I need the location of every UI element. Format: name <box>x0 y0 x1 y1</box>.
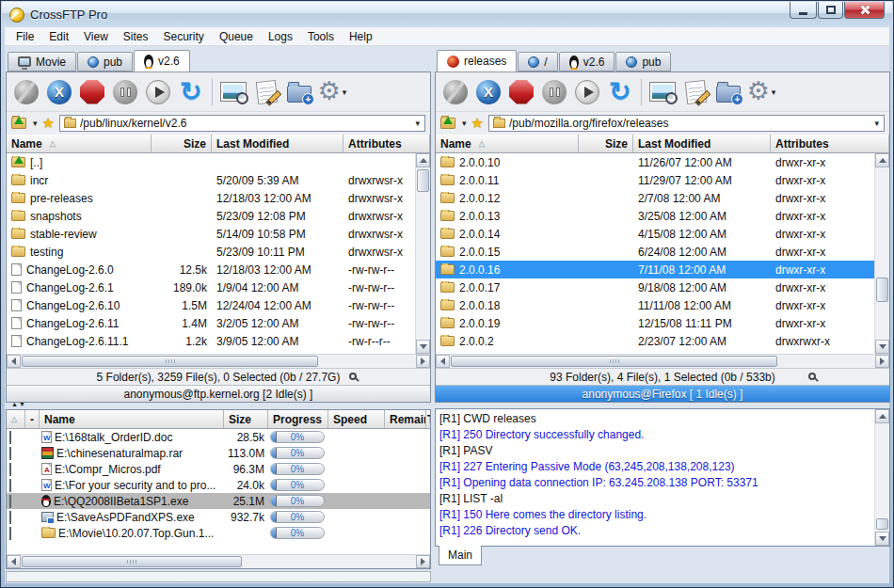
edit-button[interactable] <box>253 79 279 105</box>
menu-item[interactable]: Help <box>342 28 380 45</box>
file-row[interactable]: pre-releases 12/18/03 12:00 AM drwxrwsr-… <box>7 189 415 207</box>
resume-button[interactable] <box>574 79 600 105</box>
scroll-left-button[interactable] <box>7 355 21 368</box>
file-row[interactable]: snapshots 5/23/09 12:08 PM drwxrwsr-x <box>7 207 415 225</box>
scroll-thumb[interactable] <box>451 356 777 367</box>
disconnect-button[interactable]: X <box>46 79 72 105</box>
file-row[interactable]: 2.0.0.15 6/24/08 12:00 AM drwxr-xr-x <box>436 243 874 261</box>
search-icon[interactable] <box>349 373 357 380</box>
site-tab[interactable]: / <box>518 52 557 72</box>
menu-item[interactable]: Edit <box>41 28 76 45</box>
minimize-button[interactable] <box>790 2 817 19</box>
menu-item[interactable]: File <box>8 28 41 45</box>
abort-button[interactable] <box>508 79 535 105</box>
file-row[interactable]: ChangeLog-2.6.11.1 1.2k 3/9/05 12:00 AM … <box>7 332 415 350</box>
preview-button[interactable] <box>220 79 247 105</box>
queue-column-dash[interactable]: - <box>25 410 40 428</box>
file-row[interactable]: stable-review 5/14/09 10:58 PM drwxrwsr-… <box>7 225 415 243</box>
refresh-button[interactable]: ↻ <box>178 79 204 105</box>
scroll-down-button[interactable] <box>875 532 889 546</box>
disconnect-button[interactable]: X <box>475 79 502 105</box>
log-panel[interactable]: [R1] CWD releases [R1] 250 Directory suc… <box>435 408 890 547</box>
file-row[interactable]: ChangeLog-2.6.1 189.0k 1/9/04 12:00 AM -… <box>7 278 415 296</box>
file-row[interactable]: 2.0.0.11 11/29/07 12:00 AM drwxr-xr-x <box>436 171 874 189</box>
queue-column-time[interactable]: T <box>426 410 430 428</box>
log-tab-main[interactable]: Main <box>439 546 482 565</box>
new-folder-button[interactable] <box>715 79 742 105</box>
scroll-thumb[interactable] <box>22 556 242 567</box>
file-row[interactable]: ChangeLog-2.6.0 12.5k 12/18/03 12:00 AM … <box>7 261 415 278</box>
connect-button[interactable] <box>442 79 469 105</box>
queue-column-sort[interactable]: △ <box>7 410 25 428</box>
file-row[interactable]: 2.0.0.12 2/7/08 12:00 AM drwxr-xr-x <box>436 189 874 207</box>
right-vertical-scrollbar[interactable] <box>874 153 889 354</box>
menu-item[interactable]: View <box>76 28 116 45</box>
site-tab[interactable]: pub <box>615 52 671 72</box>
scroll-down-button[interactable] <box>875 340 889 354</box>
queue-row[interactable]: E:\Compr_Micros.pdf 96.3M 0% <box>7 461 430 477</box>
queue-row[interactable]: E:\chinesenaturalmap.rar 113.0M 0% <box>7 445 430 461</box>
site-tab[interactable]: v2.6 <box>559 52 615 72</box>
column-header-size[interactable]: Size <box>152 135 212 152</box>
pause-button[interactable] <box>541 79 567 105</box>
bookmark-star-icon[interactable]: ★ <box>42 117 55 130</box>
menu-item[interactable]: Security <box>156 28 212 45</box>
queue-row[interactable]: E:\Movie\10.20.07.Top.Gun.1... 0% <box>7 525 430 541</box>
queue-column-name[interactable]: Name <box>40 410 224 428</box>
column-header-name[interactable]: Name△ <box>436 135 579 152</box>
up-directory-button[interactable] <box>11 118 26 129</box>
file-row[interactable]: 2.0.0.16 7/11/08 12:00 AM drwxr-xr-x <box>436 261 874 278</box>
right-horizontal-scrollbar[interactable] <box>436 354 889 368</box>
menu-item[interactable]: Tools <box>300 28 342 45</box>
settings-button[interactable]: ⚙▾ <box>748 79 774 105</box>
queue-column-speed[interactable]: Speed <box>328 410 385 428</box>
file-row[interactable]: 2.0.0.2 2/23/07 12:00 AM drwxrwxr-x <box>436 332 874 350</box>
scroll-thumb[interactable] <box>876 278 888 302</box>
queue-row[interactable]: E:\QQ2008IIBeta1SP1.exe 25.1M 0% <box>7 493 430 509</box>
up-directory-dropdown-icon[interactable]: ▾ <box>462 119 467 128</box>
site-tab[interactable]: releases <box>437 50 517 72</box>
edit-button[interactable] <box>682 79 709 105</box>
queue-column-remain[interactable]: Remain <box>385 410 426 428</box>
menu-item[interactable]: Sites <box>116 28 156 45</box>
resume-button[interactable] <box>145 79 171 105</box>
scroll-right-button[interactable] <box>416 355 430 368</box>
site-tab[interactable]: v2.6 <box>134 50 190 72</box>
up-directory-button[interactable] <box>440 118 455 129</box>
left-horizontal-scrollbar[interactable] <box>7 354 430 368</box>
left-connection-bar[interactable]: anonymous@ftp.kernel.org [2 Idle(s) ] <box>7 385 430 402</box>
file-row[interactable]: 2.0.0.17 9/18/08 12:00 AM drwxr-xr-x <box>436 278 874 296</box>
queue-horizontal-scrollbar[interactable] <box>7 554 430 568</box>
settings-button[interactable]: ⚙▾ <box>319 79 345 105</box>
new-folder-button[interactable] <box>286 79 312 105</box>
scroll-right-button[interactable] <box>875 355 889 368</box>
file-row[interactable]: 2.0.0.18 11/11/08 12:00 AM drwxr-xr-x <box>436 296 874 314</box>
path-dropdown-icon[interactable]: ▾ <box>874 119 879 128</box>
menu-item[interactable]: Queue <box>212 28 261 45</box>
scroll-down-button[interactable] <box>416 340 430 354</box>
left-path-combobox[interactable]: /pub/linux/kernel/v2.6 ▾ <box>59 115 425 132</box>
queue-column-size[interactable]: Size <box>224 410 268 428</box>
scroll-up-button[interactable] <box>875 409 889 423</box>
file-row[interactable]: [..] <box>7 153 415 171</box>
queue-row[interactable]: E:\SaveAsPDFandXPS.exe 932.7k 0% <box>7 509 430 525</box>
scroll-thumb[interactable] <box>876 518 888 530</box>
queue-column-progress[interactable]: Progress <box>268 410 328 428</box>
path-dropdown-icon[interactable]: ▾ <box>415 119 420 128</box>
file-row[interactable]: 2.0.0.10 11/26/07 12:00 AM drwxr-xr-x <box>436 153 874 171</box>
scroll-thumb[interactable] <box>22 356 318 367</box>
log-vertical-scrollbar[interactable] <box>874 409 889 546</box>
file-row[interactable]: testing 5/23/09 10:11 PM drwxrwsr-x <box>7 243 415 261</box>
menu-item[interactable]: Logs <box>261 28 300 45</box>
column-header-size[interactable]: Size <box>579 135 633 152</box>
scroll-left-button[interactable] <box>436 355 450 368</box>
right-path-combobox[interactable]: /pub/mozilla.org/firefox/releases ▾ <box>488 115 885 132</box>
abort-button[interactable] <box>79 79 105 105</box>
file-row[interactable]: ChangeLog-2.6.11 1.4M 3/2/05 12:00 AM -r… <box>7 314 415 332</box>
file-row[interactable]: incr 5/20/09 5:39 AM drwxrwsr-x <box>7 171 415 189</box>
preview-button[interactable] <box>649 79 676 105</box>
bookmark-star-icon[interactable]: ★ <box>471 117 484 130</box>
right-connection-bar[interactable]: anonymous@Firefox [ 1 Idle(s) ] <box>436 385 889 402</box>
file-row[interactable]: 2.0.0.19 12/15/08 11:11 PM drwxr-xr-x <box>436 314 874 332</box>
scroll-left-button[interactable] <box>7 555 21 568</box>
